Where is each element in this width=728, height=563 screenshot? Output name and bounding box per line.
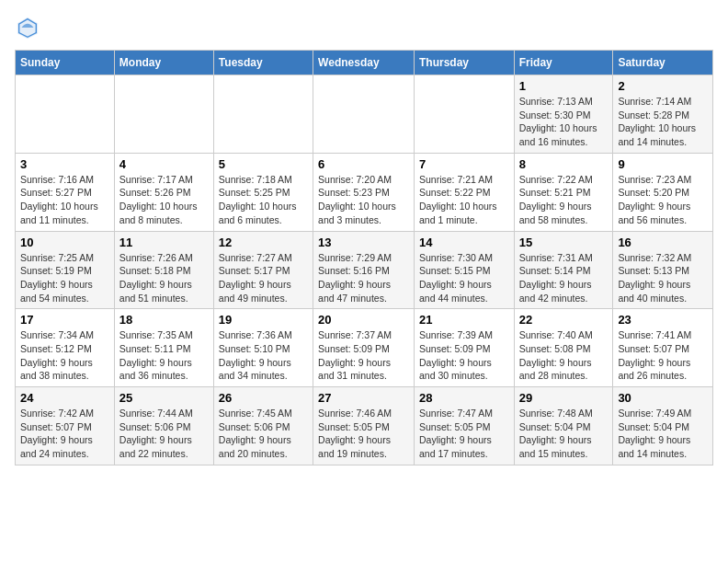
day-number: 13 [318, 236, 409, 249]
calendar-cell: 21Sunrise: 7:39 AM Sunset: 5:09 PM Dayli… [414, 309, 514, 387]
day-info: Sunrise: 7:41 AM Sunset: 5:07 PM Dayligh… [618, 328, 708, 383]
day-info: Sunrise: 7:49 AM Sunset: 5:04 PM Dayligh… [618, 407, 708, 461]
calendar-cell: 9Sunrise: 7:23 AM Sunset: 5:20 PM Daylig… [613, 153, 713, 231]
day-number: 1 [519, 79, 609, 93]
day-info: Sunrise: 7:23 AM Sunset: 5:20 PM Dayligh… [618, 173, 708, 227]
day-number: 18 [119, 313, 209, 327]
calendar-cell: 8Sunrise: 7:22 AM Sunset: 5:21 PM Daylig… [514, 153, 613, 231]
day-number: 12 [219, 236, 308, 249]
day-info: Sunrise: 7:37 AM Sunset: 5:09 PM Dayligh… [318, 328, 409, 383]
calendar-cell: 1Sunrise: 7:13 AM Sunset: 5:30 PM Daylig… [514, 75, 613, 154]
day-info: Sunrise: 7:13 AM Sunset: 5:30 PM Dayligh… [519, 95, 609, 149]
day-number: 22 [519, 313, 609, 327]
day-number: 28 [419, 391, 509, 405]
day-info: Sunrise: 7:30 AM Sunset: 5:15 PM Dayligh… [419, 251, 509, 305]
day-info: Sunrise: 7:40 AM Sunset: 5:08 PM Dayligh… [519, 328, 609, 383]
day-info: Sunrise: 7:21 AM Sunset: 5:22 PM Dayligh… [419, 173, 509, 227]
day-info: Sunrise: 7:16 AM Sunset: 5:27 PM Dayligh… [20, 173, 109, 227]
calendar-cell [213, 75, 313, 154]
day-info: Sunrise: 7:26 AM Sunset: 5:18 PM Dayligh… [119, 251, 209, 305]
day-number: 27 [318, 391, 409, 405]
col-header-monday: Monday [114, 51, 213, 75]
col-header-saturday: Saturday [613, 51, 713, 75]
day-info: Sunrise: 7:18 AM Sunset: 5:25 PM Dayligh… [219, 173, 308, 227]
calendar-cell: 5Sunrise: 7:18 AM Sunset: 5:25 PM Daylig… [213, 153, 313, 231]
calendar-cell: 28Sunrise: 7:47 AM Sunset: 5:05 PM Dayli… [414, 387, 514, 465]
day-info: Sunrise: 7:27 AM Sunset: 5:17 PM Dayligh… [219, 251, 308, 305]
calendar-cell: 25Sunrise: 7:44 AM Sunset: 5:06 PM Dayli… [114, 387, 213, 465]
col-header-friday: Friday [514, 51, 613, 75]
day-info: Sunrise: 7:34 AM Sunset: 5:12 PM Dayligh… [20, 328, 109, 383]
day-number: 5 [219, 157, 308, 171]
calendar-cell: 16Sunrise: 7:32 AM Sunset: 5:13 PM Dayli… [613, 231, 713, 309]
calendar-cell: 3Sunrise: 7:16 AM Sunset: 5:27 PM Daylig… [16, 153, 115, 231]
calendar-cell: 26Sunrise: 7:45 AM Sunset: 5:06 PM Dayli… [213, 387, 313, 465]
day-info: Sunrise: 7:20 AM Sunset: 5:23 PM Dayligh… [318, 173, 409, 227]
day-info: Sunrise: 7:44 AM Sunset: 5:06 PM Dayligh… [119, 407, 209, 461]
day-info: Sunrise: 7:17 AM Sunset: 5:26 PM Dayligh… [119, 173, 209, 227]
col-header-sunday: Sunday [16, 51, 115, 75]
day-number: 4 [119, 157, 209, 171]
calendar-cell: 20Sunrise: 7:37 AM Sunset: 5:09 PM Dayli… [313, 309, 415, 387]
day-number: 8 [519, 157, 609, 171]
svg-marker-0 [17, 17, 38, 39]
calendar-cell: 22Sunrise: 7:40 AM Sunset: 5:08 PM Dayli… [514, 309, 613, 387]
day-number: 24 [20, 391, 109, 405]
calendar-cell: 30Sunrise: 7:49 AM Sunset: 5:04 PM Dayli… [613, 387, 713, 465]
day-number: 20 [318, 313, 409, 327]
calendar-cell: 27Sunrise: 7:46 AM Sunset: 5:05 PM Dayli… [313, 387, 415, 465]
day-number: 11 [119, 236, 209, 249]
calendar-cell [313, 75, 415, 154]
day-info: Sunrise: 7:48 AM Sunset: 5:04 PM Dayligh… [519, 407, 609, 461]
day-number: 29 [519, 391, 609, 405]
calendar-cell: 2Sunrise: 7:14 AM Sunset: 5:28 PM Daylig… [613, 75, 713, 154]
calendar-cell: 18Sunrise: 7:35 AM Sunset: 5:11 PM Dayli… [114, 309, 213, 387]
calendar-cell [114, 75, 213, 154]
day-number: 10 [20, 236, 109, 249]
col-header-thursday: Thursday [414, 51, 514, 75]
calendar-cell: 10Sunrise: 7:25 AM Sunset: 5:19 PM Dayli… [16, 231, 115, 309]
day-number: 2 [618, 79, 708, 93]
day-number: 14 [419, 236, 509, 249]
logo-icon [15, 15, 40, 40]
calendar-cell: 7Sunrise: 7:21 AM Sunset: 5:22 PM Daylig… [414, 153, 514, 231]
day-number: 9 [618, 157, 708, 171]
calendar-cell [16, 75, 115, 154]
col-header-tuesday: Tuesday [213, 51, 313, 75]
calendar-cell: 14Sunrise: 7:30 AM Sunset: 5:15 PM Dayli… [414, 231, 514, 309]
calendar-cell: 6Sunrise: 7:20 AM Sunset: 5:23 PM Daylig… [313, 153, 415, 231]
day-number: 30 [618, 391, 708, 405]
day-number: 6 [318, 157, 409, 171]
day-info: Sunrise: 7:29 AM Sunset: 5:16 PM Dayligh… [318, 251, 409, 305]
day-info: Sunrise: 7:39 AM Sunset: 5:09 PM Dayligh… [419, 328, 509, 383]
day-number: 19 [219, 313, 308, 327]
calendar-cell: 23Sunrise: 7:41 AM Sunset: 5:07 PM Dayli… [613, 309, 713, 387]
day-number: 25 [119, 391, 209, 405]
day-number: 17 [20, 313, 109, 327]
day-info: Sunrise: 7:42 AM Sunset: 5:07 PM Dayligh… [20, 407, 109, 461]
day-info: Sunrise: 7:22 AM Sunset: 5:21 PM Dayligh… [519, 173, 609, 227]
calendar-cell: 15Sunrise: 7:31 AM Sunset: 5:14 PM Dayli… [514, 231, 613, 309]
calendar-cell: 13Sunrise: 7:29 AM Sunset: 5:16 PM Dayli… [313, 231, 415, 309]
day-info: Sunrise: 7:25 AM Sunset: 5:19 PM Dayligh… [20, 251, 109, 305]
col-header-wednesday: Wednesday [313, 51, 415, 75]
day-info: Sunrise: 7:31 AM Sunset: 5:14 PM Dayligh… [519, 251, 609, 305]
calendar-cell: 24Sunrise: 7:42 AM Sunset: 5:07 PM Dayli… [16, 387, 115, 465]
day-info: Sunrise: 7:36 AM Sunset: 5:10 PM Dayligh… [219, 328, 308, 383]
calendar-cell [414, 75, 514, 154]
day-info: Sunrise: 7:35 AM Sunset: 5:11 PM Dayligh… [119, 328, 209, 383]
day-info: Sunrise: 7:46 AM Sunset: 5:05 PM Dayligh… [318, 407, 409, 461]
calendar-table: SundayMondayTuesdayWednesdayThursdayFrid… [15, 50, 713, 465]
calendar-cell: 12Sunrise: 7:27 AM Sunset: 5:17 PM Dayli… [213, 231, 313, 309]
calendar-cell: 29Sunrise: 7:48 AM Sunset: 5:04 PM Dayli… [514, 387, 613, 465]
day-info: Sunrise: 7:14 AM Sunset: 5:28 PM Dayligh… [618, 95, 708, 149]
day-number: 7 [419, 157, 509, 171]
calendar-cell: 11Sunrise: 7:26 AM Sunset: 5:18 PM Dayli… [114, 231, 213, 309]
logo [15, 15, 44, 40]
day-info: Sunrise: 7:47 AM Sunset: 5:05 PM Dayligh… [419, 407, 509, 461]
day-number: 15 [519, 236, 609, 249]
day-number: 3 [20, 157, 109, 171]
day-info: Sunrise: 7:32 AM Sunset: 5:13 PM Dayligh… [618, 251, 708, 305]
header [15, 15, 713, 40]
day-number: 23 [618, 313, 708, 327]
